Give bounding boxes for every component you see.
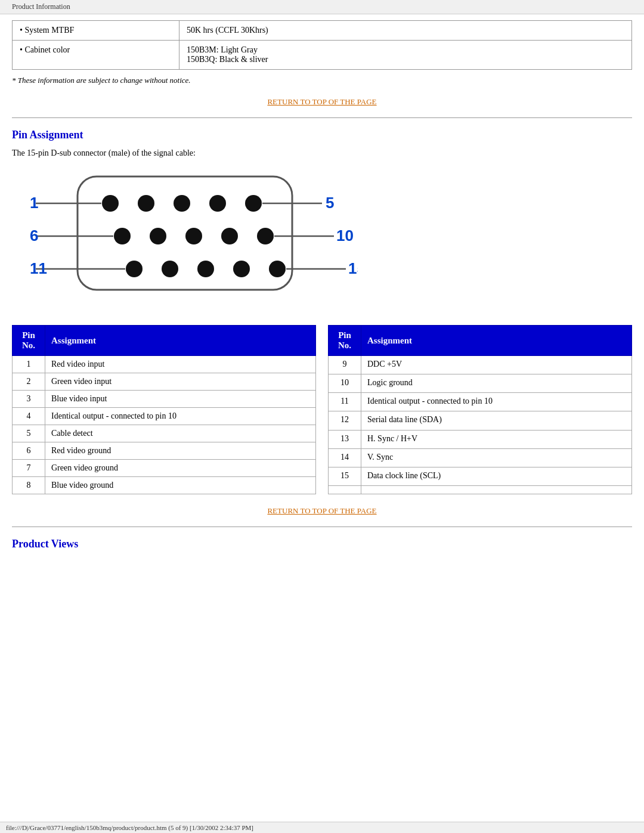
pin-no-cell: 15 bbox=[329, 467, 361, 485]
table-row: 14V. Sync bbox=[329, 448, 632, 467]
pin-assignment-cell: DDC +5V bbox=[361, 356, 632, 374]
pin-no-cell: 12 bbox=[329, 411, 361, 430]
table-row: 1Red video input bbox=[13, 356, 316, 373]
table-row: 9DDC +5V bbox=[329, 356, 632, 374]
svg-point-12 bbox=[162, 261, 178, 277]
table-row: 7Green video ground bbox=[13, 460, 316, 477]
svg-point-15 bbox=[269, 261, 286, 277]
pin-assignment-cell: Red video ground bbox=[45, 442, 316, 460]
breadcrumb: Product Information bbox=[0, 0, 644, 14]
table-header-row-right: PinNo. Assignment bbox=[329, 326, 632, 356]
table-header-row-left: PinNo. Assignment bbox=[13, 326, 316, 356]
pin-table-right: PinNo. Assignment 9DDC +5V10Logic ground… bbox=[328, 325, 632, 494]
pin-no-cell: 11 bbox=[329, 393, 361, 411]
pin-no-cell: 7 bbox=[13, 460, 45, 477]
svg-point-3 bbox=[174, 195, 190, 212]
label-system-mtbf: • System MTBF bbox=[13, 21, 179, 41]
table-row: 6Red video ground bbox=[13, 442, 316, 460]
status-bar: file:///D|/Grace/03771/english/150b3mq/p… bbox=[0, 822, 644, 833]
pin-assignment-cell: Serial data line (SDA) bbox=[361, 411, 632, 430]
pin-no-cell bbox=[329, 485, 361, 494]
value-cabinet-color: 150B3M: Light Gray150B3Q: Black & sliver bbox=[179, 41, 632, 70]
svg-point-10 bbox=[257, 228, 274, 244]
svg-point-2 bbox=[138, 195, 154, 212]
pin-assignment-cell: Logic ground bbox=[361, 374, 632, 393]
return-link-container-1: RETURN TO TOP OF THE PAGE bbox=[12, 97, 632, 107]
table-row: • Cabinet color 150B3M: Light Gray150B3Q… bbox=[13, 41, 632, 70]
svg-text:1: 1 bbox=[30, 194, 38, 212]
right-header-no: PinNo. bbox=[329, 326, 361, 356]
right-header-assignment: Assignment bbox=[361, 326, 632, 356]
pin-assignment-cell: Data clock line (SCL) bbox=[361, 467, 632, 485]
table-row: 11Identical output - connected to pin 10 bbox=[329, 393, 632, 411]
svg-point-4 bbox=[209, 195, 226, 212]
table-row: 5Cable detect bbox=[13, 425, 316, 442]
product-views-title: Product Views bbox=[12, 538, 632, 550]
svg-text:15: 15 bbox=[348, 259, 358, 277]
pin-assignment-description: The 15-pin D-sub connector (male) of the… bbox=[12, 148, 632, 158]
table-row: 4Identical output - connected to pin 10 bbox=[13, 408, 316, 425]
section-divider-2 bbox=[12, 527, 632, 527]
pin-assignment-cell: Green video ground bbox=[45, 460, 316, 477]
table-row: 15Data clock line (SCL) bbox=[329, 467, 632, 485]
return-to-top-link-1[interactable]: RETURN TO TOP OF THE PAGE bbox=[267, 97, 376, 106]
table-spacer bbox=[316, 325, 328, 494]
table-row: 8Blue video ground bbox=[13, 477, 316, 494]
svg-point-6 bbox=[114, 228, 131, 244]
connector-svg: 1 6 11 5 10 15 bbox=[30, 168, 358, 305]
pin-no-cell: 8 bbox=[13, 477, 45, 494]
return-to-top-link-2[interactable]: RETURN TO TOP OF THE PAGE bbox=[267, 506, 376, 515]
pin-no-cell: 9 bbox=[329, 356, 361, 374]
pin-no-cell: 13 bbox=[329, 430, 361, 448]
pin-no-cell: 2 bbox=[13, 373, 45, 391]
pin-no-cell: 4 bbox=[13, 408, 45, 425]
pin-assignment-cell: Identical output - connected to pin 10 bbox=[45, 408, 316, 425]
pin-assignment-section: Pin Assignment The 15-pin D-sub connecto… bbox=[12, 129, 632, 494]
pin-table-left: PinNo. Assignment 1Red video input2Green… bbox=[12, 325, 316, 494]
pin-assignment-cell: Blue video ground bbox=[45, 477, 316, 494]
pin-assignment-cell: V. Sync bbox=[361, 448, 632, 467]
pin-assignment-cell: Cable detect bbox=[45, 425, 316, 442]
pin-no-cell: 6 bbox=[13, 442, 45, 460]
pin-no-cell: 1 bbox=[13, 356, 45, 373]
pin-tables-wrapper: PinNo. Assignment 1Red video input2Green… bbox=[12, 325, 632, 494]
connector-diagram: 1 6 11 5 10 15 bbox=[30, 168, 632, 307]
left-header-assignment: Assignment bbox=[45, 326, 316, 356]
svg-point-1 bbox=[102, 195, 119, 212]
pin-assignment-cell: Blue video input bbox=[45, 391, 316, 408]
svg-text:5: 5 bbox=[326, 194, 334, 212]
svg-point-11 bbox=[126, 261, 143, 277]
pin-assignment-cell: Green video input bbox=[45, 373, 316, 391]
pin-no-cell: 5 bbox=[13, 425, 45, 442]
pin-assignment-cell: Red video input bbox=[45, 356, 316, 373]
pin-assignment-title: Pin Assignment bbox=[12, 129, 632, 141]
table-row: • System MTBF 50K hrs (CCFL 30Khrs) bbox=[13, 21, 632, 41]
table-row: 2Green video input bbox=[13, 373, 316, 391]
return-link-container-2: RETURN TO TOP OF THE PAGE bbox=[12, 506, 632, 516]
svg-point-13 bbox=[197, 261, 214, 277]
svg-point-5 bbox=[245, 195, 262, 212]
svg-point-8 bbox=[185, 228, 202, 244]
table-row: 3Blue video input bbox=[13, 391, 316, 408]
footnote-text: * These information are subject to chang… bbox=[12, 76, 632, 85]
svg-point-9 bbox=[221, 228, 238, 244]
pin-assignment-cell bbox=[361, 485, 632, 494]
label-cabinet-color: • Cabinet color bbox=[13, 41, 179, 70]
pin-assignment-cell: H. Sync / H+V bbox=[361, 430, 632, 448]
pin-assignment-cell: Identical output - connected to pin 10 bbox=[361, 393, 632, 411]
section-divider-1 bbox=[12, 117, 632, 118]
pin-no-cell: 3 bbox=[13, 391, 45, 408]
pin-no-cell: 10 bbox=[329, 374, 361, 393]
svg-text:6: 6 bbox=[30, 227, 38, 244]
svg-text:10: 10 bbox=[336, 227, 354, 244]
table-row: 10Logic ground bbox=[329, 374, 632, 393]
left-header-no: PinNo. bbox=[13, 326, 45, 356]
svg-text:11: 11 bbox=[30, 259, 47, 277]
product-info-table: • System MTBF 50K hrs (CCFL 30Khrs) • Ca… bbox=[12, 20, 632, 70]
pin-no-cell: 14 bbox=[329, 448, 361, 467]
svg-point-14 bbox=[233, 261, 250, 277]
svg-point-7 bbox=[150, 228, 166, 244]
product-views-section: Product Views bbox=[12, 538, 632, 550]
table-row: 12Serial data line (SDA) bbox=[329, 411, 632, 430]
table-row: 13H. Sync / H+V bbox=[329, 430, 632, 448]
